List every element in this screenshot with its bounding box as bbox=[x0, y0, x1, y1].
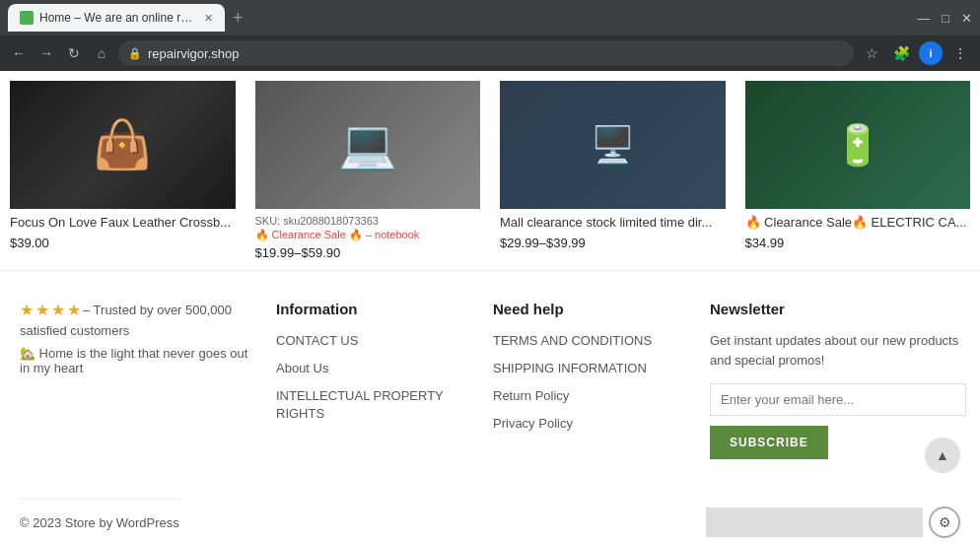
list-item: Privacy Policy bbox=[493, 414, 690, 432]
settings-icon[interactable]: ⚙ bbox=[929, 507, 960, 538]
satisfied-text: satisfied customers bbox=[20, 323, 256, 338]
list-item: Return Policy bbox=[493, 386, 690, 404]
product-card[interactable]: 🔥 Clearance Sale🔥 ELECTRIC CA... $34.99 bbox=[735, 71, 981, 270]
need-help-links: TERMS AND CONDITIONS SHIPPING INFORMATIO… bbox=[493, 331, 690, 432]
nav-buttons: ← → ↻ ⌂ bbox=[8, 42, 112, 64]
url-text: repairvigor.shop bbox=[148, 46, 240, 61]
product-title: Focus On Love Faux Leather Crossb... bbox=[10, 215, 236, 232]
url-bar[interactable]: 🔒 repairvigor.shop bbox=[118, 40, 854, 66]
product-tags: 🔥 Clearance Sale 🔥 – notebook bbox=[255, 229, 481, 241]
intellectual-property-link[interactable]: INTELLECTUAL PROPERTY RIGHTS bbox=[276, 388, 444, 421]
terms-conditions-link[interactable]: TERMS AND CONDITIONS bbox=[493, 333, 652, 348]
information-links: CONTACT US About Us INTELLECTUAL PROPERT… bbox=[276, 331, 473, 422]
active-tab[interactable]: Home – We are an online retail... ✕ bbox=[8, 4, 225, 32]
list-item: INTELLECTUAL PROPERTY RIGHTS bbox=[276, 386, 473, 422]
footer: ★ ★ ★ ★ – Trusted by over 500,000 satisf… bbox=[0, 271, 980, 542]
bookmark-icon[interactable]: ☆ bbox=[860, 41, 883, 65]
page-content: Focus On Love Faux Leather Crossb... $39… bbox=[0, 71, 980, 542]
list-item: About Us bbox=[276, 359, 473, 376]
footer-need-help: Need help TERMS AND CONDITIONS SHIPPING … bbox=[493, 301, 690, 459]
newsletter-heading: Newsletter bbox=[710, 301, 966, 317]
product-price: $29.99–$39.99 bbox=[500, 236, 726, 250]
lock-icon: 🔒 bbox=[128, 47, 142, 60]
maximize-icon[interactable]: □ bbox=[942, 11, 949, 26]
close-tab-icon[interactable]: ✕ bbox=[204, 12, 213, 25]
brand-tagline: 🏡 Home is the light that never goes out … bbox=[20, 346, 256, 375]
list-item: CONTACT US bbox=[276, 331, 473, 349]
footer-brand: ★ ★ ★ ★ – Trusted by over 500,000 satisf… bbox=[20, 301, 256, 459]
products-strip: Focus On Love Faux Leather Crossb... $39… bbox=[0, 71, 980, 271]
close-icon[interactable]: ✕ bbox=[961, 11, 972, 26]
product-card[interactable]: Focus On Love Faux Leather Crossb... $39… bbox=[0, 71, 245, 270]
refresh-button[interactable]: ↻ bbox=[63, 42, 85, 64]
about-us-link[interactable]: About Us bbox=[276, 361, 328, 375]
window-controls: — □ ✕ bbox=[917, 11, 972, 26]
favicon bbox=[20, 11, 34, 25]
star-rating: ★ ★ ★ ★ – Trusted by over 500,000 bbox=[20, 301, 256, 319]
need-help-heading: Need help bbox=[493, 301, 690, 317]
payment-logos bbox=[706, 508, 923, 537]
product-image bbox=[10, 81, 236, 209]
list-item: SHIPPING INFORMATION bbox=[493, 359, 690, 376]
product-title: Mall clearance stock limited time dir... bbox=[500, 215, 726, 232]
footer-bottom-right: ⚙ bbox=[706, 507, 960, 538]
product-price: $39.00 bbox=[10, 236, 236, 250]
forward-button[interactable]: → bbox=[35, 42, 57, 64]
shipping-info-link[interactable]: SHIPPING INFORMATION bbox=[493, 361, 647, 375]
copyright-text: © 2023 Store by WordPress bbox=[20, 499, 179, 542]
product-sku: SKU: sku2088018073363 bbox=[255, 215, 481, 227]
subscribe-button[interactable]: SUBSCRIBE bbox=[710, 426, 828, 459]
return-policy-link[interactable]: Return Policy bbox=[493, 388, 569, 403]
minimize-icon[interactable]: — bbox=[917, 11, 930, 26]
star-3: ★ bbox=[51, 301, 65, 319]
product-price: $34.99 bbox=[745, 236, 971, 250]
contact-us-link[interactable]: CONTACT US bbox=[276, 333, 358, 348]
product-image bbox=[745, 81, 971, 209]
product-card[interactable]: Mall clearance stock limited time dir...… bbox=[490, 71, 735, 270]
product-card[interactable]: SKU: sku2088018073363 🔥 Clearance Sale 🔥… bbox=[245, 71, 491, 270]
tab-title: Home – We are an online retail... bbox=[39, 11, 198, 25]
extensions-icon[interactable]: 🧩 bbox=[889, 41, 913, 65]
product-price: $19.99–$59.90 bbox=[255, 245, 481, 260]
privacy-policy-link[interactable]: Privacy Policy bbox=[493, 416, 573, 431]
footer-information: Information CONTACT US About Us INTELLEC… bbox=[276, 301, 473, 459]
information-heading: Information bbox=[276, 301, 473, 317]
back-button[interactable]: ← bbox=[8, 42, 30, 64]
product-title: 🔥 Clearance Sale🔥 ELECTRIC CA... bbox=[745, 215, 971, 232]
footer-newsletter: Newsletter Get instant updates about our… bbox=[710, 301, 966, 459]
product-image bbox=[255, 81, 481, 209]
email-input[interactable] bbox=[710, 383, 966, 416]
trusted-text: – Trusted by over 500,000 bbox=[83, 303, 232, 317]
footer-grid: ★ ★ ★ ★ – Trusted by over 500,000 satisf… bbox=[20, 301, 960, 459]
scroll-top-button[interactable]: ▲ bbox=[925, 438, 960, 473]
star-1: ★ bbox=[20, 301, 34, 319]
product-image bbox=[500, 81, 726, 209]
home-button[interactable]: ⌂ bbox=[91, 42, 112, 64]
newsletter-description: Get instant updates about our new produc… bbox=[710, 331, 966, 370]
list-item: TERMS AND CONDITIONS bbox=[493, 331, 690, 349]
footer-bottom-bar: © 2023 Store by WordPress ⚙ bbox=[20, 489, 960, 542]
profile-icon[interactable]: i bbox=[919, 41, 943, 65]
star-2: ★ bbox=[35, 301, 49, 319]
new-tab-button[interactable]: + bbox=[229, 8, 247, 29]
star-4: ★ bbox=[67, 301, 81, 319]
tab-bar: Home – We are an online retail... ✕ + — … bbox=[0, 0, 980, 35]
toolbar-actions: ☆ 🧩 i ⋮ bbox=[860, 41, 972, 65]
address-bar: ← → ↻ ⌂ 🔒 repairvigor.shop ☆ 🧩 i ⋮ bbox=[0, 35, 980, 71]
menu-icon[interactable]: ⋮ bbox=[948, 41, 972, 65]
